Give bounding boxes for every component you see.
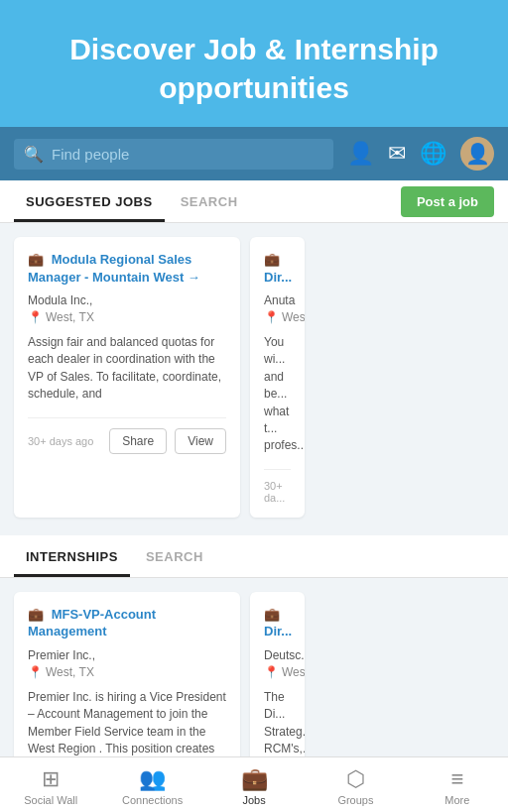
job-footer-1: 30+ days ago Share View: [28, 417, 226, 454]
people-icon[interactable]: 👤: [347, 141, 374, 167]
job-location-1: 📍 West, TX: [28, 310, 226, 324]
nav-item-social-wall[interactable]: ⊞ Social Wall: [0, 766, 101, 806]
briefcase-icon-1: 💼: [28, 251, 44, 269]
nav-item-connections[interactable]: 👥 Connections: [101, 766, 202, 806]
avatar[interactable]: 👤: [460, 137, 494, 171]
nav-icons: 👤 ✉ 🌐 👤: [347, 137, 494, 171]
more-icon: ≡: [450, 766, 463, 792]
content-area: SUGGESTED JOBS SEARCH Post a job 💼 Modul…: [0, 180, 508, 812]
groups-icon: ⬡: [346, 766, 365, 792]
internship-location-1: 📍 West, TX: [28, 665, 226, 679]
search-bar: 🔍 👤 ✉ 🌐 👤: [0, 127, 508, 180]
internships-tabs-bar: INTERNSHIPS SEARCH: [0, 535, 508, 578]
internship-title-2[interactable]: 💼 Dir...: [264, 606, 291, 640]
jobs-label: Jobs: [242, 794, 265, 806]
connections-icon: 👥: [139, 766, 166, 792]
location-pin-2: 📍: [264, 310, 279, 324]
briefcase-icon-i1: 💼: [28, 606, 44, 624]
jobs-tabs-bar: SUGGESTED JOBS SEARCH Post a job: [0, 180, 508, 223]
briefcase-icon-i2: 💼: [264, 606, 280, 624]
location-pin-i2: 📍: [264, 665, 279, 679]
tab-suggested-jobs[interactable]: SUGGESTED JOBS: [14, 180, 165, 222]
groups-label: Groups: [337, 794, 373, 806]
job-card-2-partial: 💼 Dir... Anuta 📍 Wes... You wi... and be…: [250, 237, 305, 518]
location-pin-i1: 📍: [28, 665, 43, 679]
job-location-2: 📍 Wes...: [264, 310, 291, 324]
more-label: More: [444, 794, 469, 806]
hero-section: Discover Job & Internship opportunities: [0, 0, 508, 127]
job-footer-2: 30+ da...: [264, 469, 291, 504]
tab-internships[interactable]: INTERNSHIPS: [14, 535, 130, 577]
share-button-1[interactable]: Share: [109, 428, 167, 454]
internship-company-1: Premier Inc.,: [28, 648, 226, 662]
search-input[interactable]: [52, 146, 323, 163]
connections-label: Connections: [122, 794, 183, 806]
mail-icon[interactable]: ✉: [388, 141, 406, 167]
hero-title: Discover Job & Internship opportunities: [20, 30, 488, 107]
nav-item-more[interactable]: ≡ More: [407, 766, 508, 806]
job-company-2: Anuta: [264, 293, 291, 307]
job-desc-2: You wi... and be... what t... profes...: [264, 334, 291, 455]
job-title-1[interactable]: 💼 Modula Regional Sales Manager - Mounta…: [28, 251, 226, 286]
job-age-1: 30+ days ago: [28, 435, 101, 447]
tab-internships-search[interactable]: SEARCH: [134, 535, 215, 577]
view-button-1[interactable]: View: [175, 428, 226, 454]
job-desc-1: Assign fair and balanced quotas for each…: [28, 334, 226, 404]
job-title-2[interactable]: 💼 Dir...: [264, 251, 291, 286]
post-job-button[interactable]: Post a job: [401, 186, 494, 217]
jobs-cards-row: 💼 Modula Regional Sales Manager - Mounta…: [0, 223, 508, 531]
search-icon: 🔍: [24, 145, 44, 164]
job-card-1: 💼 Modula Regional Sales Manager - Mounta…: [14, 237, 240, 518]
location-pin-1: 📍: [28, 310, 43, 324]
tab-jobs-search[interactable]: SEARCH: [169, 180, 250, 222]
bottom-nav: ⊞ Social Wall 👥 Connections 💼 Jobs ⬡ Gro…: [0, 756, 508, 812]
social-wall-label: Social Wall: [24, 794, 77, 806]
nav-item-jobs[interactable]: 💼 Jobs: [203, 766, 305, 806]
globe-icon[interactable]: 🌐: [420, 141, 446, 167]
job-age-2: 30+ da...: [264, 480, 291, 504]
internship-title-1[interactable]: 💼 MFS-VP-Account Management: [28, 606, 226, 640]
search-input-wrap[interactable]: 🔍: [14, 139, 333, 170]
jobs-icon: 💼: [241, 766, 268, 792]
social-wall-icon: ⊞: [42, 766, 60, 792]
internship-location-2: 📍 Wes...: [264, 665, 291, 679]
job-company-1: Modula Inc.,: [28, 293, 226, 307]
internship-company-2: Deutsc...: [264, 648, 291, 662]
briefcase-icon-2: 💼: [264, 251, 280, 269]
nav-item-groups[interactable]: ⬡ Groups: [305, 766, 406, 806]
